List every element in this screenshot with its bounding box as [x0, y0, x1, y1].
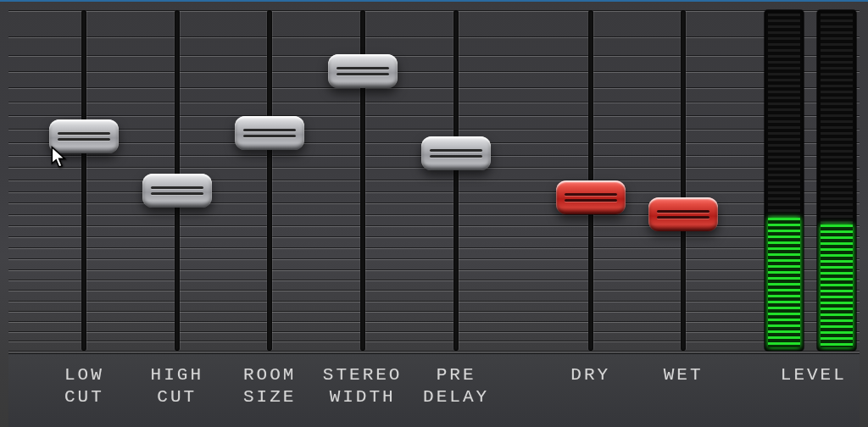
- fader-track-room-size: [267, 10, 272, 351]
- fader-track-low-cut: [81, 10, 86, 351]
- fader-panel: [8, 10, 860, 351]
- fader-knob-room-size[interactable]: [235, 116, 304, 150]
- label-high-cut: HIGH CUT: [151, 364, 203, 409]
- fader-knob-pre-delay[interactable]: [421, 136, 491, 170]
- label-level: LEVEL: [781, 364, 847, 386]
- label-dry: DRY: [570, 364, 610, 386]
- meter-right: [817, 10, 856, 351]
- fader-knob-high-cut[interactable]: [142, 174, 212, 208]
- label-low-cut: LOW CUT: [64, 364, 104, 409]
- fader-group: [8, 10, 860, 351]
- label-strip: LOW CUTHIGH CUTROOM SIZESTEREO WIDTHPRE …: [8, 353, 860, 427]
- fader-knob-stereo-width[interactable]: [328, 54, 398, 88]
- label-pre-delay: PRE DELAY: [423, 364, 489, 409]
- level-meters: [765, 10, 856, 351]
- label-room-size: ROOM SIZE: [243, 364, 296, 409]
- fader-knob-wet[interactable]: [648, 197, 718, 231]
- fader-track-pre-delay: [453, 10, 459, 351]
- fader-knob-low-cut[interactable]: [49, 119, 119, 153]
- label-stereo-width: STEREO WIDTH: [323, 364, 403, 409]
- fader-knob-dry[interactable]: [556, 180, 626, 214]
- label-wet: WET: [664, 364, 704, 386]
- window-top-hairline: [0, 0, 868, 2]
- fader-track-wet: [681, 10, 686, 351]
- meter-left: [765, 10, 804, 351]
